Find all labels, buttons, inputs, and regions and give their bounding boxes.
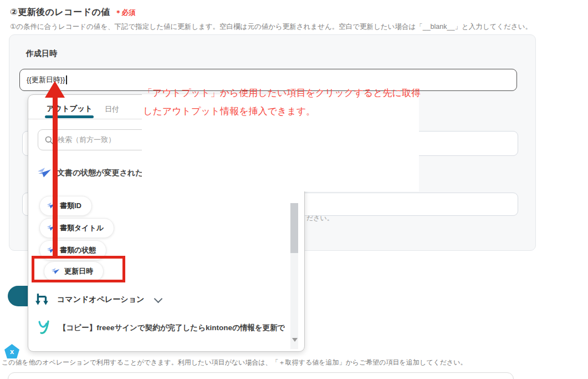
command-operation-section[interactable]: コマンドオペレーション: [35, 292, 161, 307]
template-item[interactable]: 【コピー】freeeサインで契約が完了したらkintoneの情報を更新で: [37, 320, 285, 336]
helper-text-fragment: ださい。: [306, 214, 334, 223]
screenshot-root: ②更新後のレコードの値 ＊必須 ①の条件に合うレコードの値を、下記で指定した値に…: [0, 0, 588, 379]
operation-pentagon-icon: x: [4, 344, 19, 358]
command-operation-label: コマンドオペレーション: [57, 295, 144, 305]
pentagon-icon-label: x: [10, 347, 14, 356]
footer-note: この値を他のオペレーションで利用することができます。利用したい項目がない場合は、…: [2, 358, 467, 367]
required-badge: ＊必須: [115, 8, 136, 18]
annotation-line2: したアウトプット情報を挿入できます。: [143, 102, 427, 120]
annotation-line1: 「アウトプット」から使用したい項目をクリックすると先に取得: [143, 84, 427, 102]
page-description: ①の条件に合うレコードの値を、下記で指定した値に更新します。空白欄は元の値から更…: [10, 22, 532, 32]
search-icon: [45, 136, 53, 144]
search-placeholder: 検索（前方一致）: [58, 135, 115, 145]
scrollbar-down-arrow-icon[interactable]: [292, 338, 298, 342]
page-title-row: ②更新後のレコードの値 ＊必須: [10, 7, 135, 18]
yoom-logo-icon: [37, 320, 52, 336]
chip-label: 書類の状態: [60, 245, 96, 255]
freee-sign-icon: [37, 166, 52, 180]
template-item-label: 【コピー】freeeサインで契約が完了したらkintoneの情報を更新で: [59, 323, 285, 333]
annotation-highlight-box: [32, 256, 125, 282]
output-chip-document-id[interactable]: 書類ID: [39, 196, 92, 216]
scrollbar-thumb[interactable]: [290, 203, 298, 253]
chevron-down-icon: [154, 294, 163, 303]
trigger-group-label: 文書の状態が変更された: [57, 168, 144, 178]
output-chip-document-title[interactable]: 書類タイトル: [39, 218, 114, 238]
annotation-text: 「アウトプット」から使用したい項目をクリックすると先に取得 したアウトプット情報…: [143, 84, 427, 120]
command-operation-icon: [35, 292, 49, 307]
chip-label: 書類タイトル: [60, 223, 104, 233]
field-label-created-at: 作成日時: [26, 49, 57, 59]
annotation-arrow-head-icon: [45, 81, 65, 98]
text-cursor: [66, 75, 67, 84]
tab-date[interactable]: 日付: [105, 104, 119, 114]
chip-label: 書類ID: [60, 201, 81, 211]
annotation-arrow-line: [53, 97, 58, 259]
page-title: ②更新後のレコードの値: [10, 7, 110, 18]
next-section-panel-partial: [8, 372, 514, 379]
